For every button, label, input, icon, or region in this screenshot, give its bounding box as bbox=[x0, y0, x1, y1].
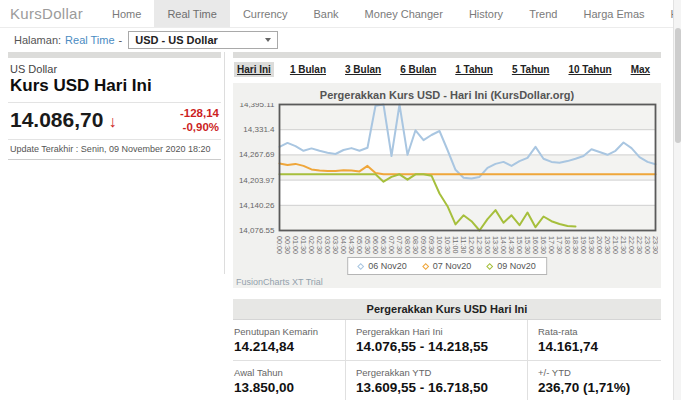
price-value: 14.086,70 bbox=[10, 108, 103, 132]
main-content: US Dollar Kurs USD Hari Ini 14.086,70 ↓ … bbox=[0, 52, 681, 400]
change-value: -128,14 bbox=[180, 106, 219, 120]
chart-panel: Pergerakkan Kurs USD - Hari Ini (KursDol… bbox=[233, 83, 661, 288]
last-update: Update Terakhir : Senin, 09 November 202… bbox=[8, 140, 221, 160]
x-axis-label: 07:00 bbox=[387, 236, 396, 254]
x-axis-label: 20:00 bbox=[595, 236, 604, 254]
tab-3-bulan[interactable]: 3 Bulan bbox=[342, 62, 384, 77]
cell-value: 14.076,55 - 14.218,55 bbox=[356, 339, 521, 354]
cell-value: 13.609,55 - 16.718,50 bbox=[356, 380, 521, 395]
x-axis-label: 10:30 bbox=[443, 236, 452, 254]
cell-value: 14.214,84 bbox=[234, 339, 339, 354]
price-main: 14.086,70 ↓ bbox=[10, 108, 116, 132]
x-axis-label: 00:00 bbox=[275, 236, 284, 254]
y-axis-label: 14,076.55 bbox=[239, 226, 275, 235]
y-axis-label: 14,395.11 bbox=[240, 103, 276, 109]
x-axis-label: 08:30 bbox=[411, 236, 420, 254]
cell-value: 236,70 (1,71%) bbox=[538, 380, 655, 395]
grid-band bbox=[280, 105, 656, 130]
nav-item-currency[interactable]: Currency bbox=[230, 0, 301, 27]
nav-item-money-changer[interactable]: Money Changer bbox=[352, 0, 456, 27]
cell-label: Penutupan Kemarin bbox=[234, 326, 339, 337]
x-axis-label: 13:00 bbox=[483, 236, 492, 254]
nav-item-bank[interactable]: Bank bbox=[301, 0, 352, 27]
x-axis-label: 21:30 bbox=[619, 236, 628, 254]
x-axis-label: 06:30 bbox=[379, 236, 388, 254]
x-axis-label: 11:30 bbox=[459, 236, 468, 253]
tab-max[interactable]: Max bbox=[628, 62, 653, 77]
x-axis-label: 10:00 bbox=[435, 236, 444, 254]
page-bar: Halaman: Real Time - USD - US Dollar bbox=[0, 28, 681, 52]
fusioncharts-watermark: FusionCharts XT Trial bbox=[236, 277, 323, 287]
x-axis-label: 20:30 bbox=[603, 236, 612, 254]
tab-5-tahun[interactable]: 5 Tahun bbox=[509, 62, 553, 77]
price-change: -128,14 -0,90% bbox=[180, 106, 219, 135]
nav-item-home[interactable]: Home bbox=[99, 0, 154, 27]
cell-label: +/- YTD bbox=[538, 367, 655, 378]
page-bar-realtime-link[interactable]: Real Time bbox=[65, 34, 115, 46]
page-bar-label: Halaman: bbox=[14, 34, 61, 46]
x-axis-label: 00:30 bbox=[283, 236, 292, 254]
x-axis-label: 04:30 bbox=[347, 236, 356, 254]
currency-name: US Dollar bbox=[8, 58, 221, 76]
y-axis-label: 14,203.97 bbox=[239, 176, 275, 185]
x-axis-label: 17:30 bbox=[555, 236, 564, 254]
tab-1-tahun[interactable]: 1 Tahun bbox=[452, 62, 496, 77]
legend-item-09-nov20[interactable]: 09 Nov20 bbox=[487, 261, 536, 271]
nav-item-history[interactable]: History bbox=[456, 0, 516, 27]
x-axis-label: 21:00 bbox=[611, 236, 620, 254]
range-tabs: Hari Ini1 Bulan3 Bulan6 Bulan1 Tahun5 Ta… bbox=[233, 58, 661, 83]
x-axis-label: 05:30 bbox=[363, 236, 372, 254]
tab-10-tahun[interactable]: 10 Tahun bbox=[565, 62, 614, 77]
table-cell-pergerakkan-hari-ini: Pergerakkan Hari Ini14.076,55 - 14.218,5… bbox=[345, 320, 527, 360]
currency-select[interactable]: USD - US Dollar bbox=[128, 31, 278, 49]
quote-panel: US Dollar Kurs USD Hari Ini 14.086,70 ↓ … bbox=[8, 52, 221, 400]
table-cell-pergerakkan-ytd: Pergerakkan YTD13.609,55 - 16.718,50 bbox=[345, 361, 527, 400]
x-axis-label: 15:30 bbox=[523, 236, 532, 254]
nav-menu: HomeReal TimeCurrencyBankMoney ChangerHi… bbox=[99, 0, 681, 27]
grid-band bbox=[280, 180, 656, 205]
legend-item-07-nov20[interactable]: 07 Nov20 bbox=[423, 261, 472, 271]
x-axis-label: 03:30 bbox=[331, 236, 340, 254]
site-logo[interactable]: KursDollar bbox=[10, 5, 83, 22]
quote-title: Kurs USD Hari Ini bbox=[8, 76, 221, 103]
nav-item-real-time[interactable]: Real Time bbox=[154, 0, 230, 27]
cell-label: Awal Tahun bbox=[234, 367, 339, 378]
x-axis-label: 11:00 bbox=[451, 236, 460, 253]
x-axis-label: 09:30 bbox=[427, 236, 436, 254]
x-axis-label: 14:00 bbox=[499, 236, 508, 254]
x-axis-label: 06:00 bbox=[371, 236, 380, 254]
diamond-marker-icon bbox=[357, 262, 364, 269]
scrollbar-thumb[interactable] bbox=[675, 28, 681, 143]
cell-label: Pergerakkan Hari Ini bbox=[356, 326, 521, 337]
x-axis-label: 04:00 bbox=[339, 236, 348, 254]
currency-select-value: USD - US Dollar bbox=[135, 34, 218, 46]
column-divider bbox=[224, 52, 225, 274]
cell-label: Pergerakkan YTD bbox=[356, 367, 521, 378]
legend-label: 06 Nov20 bbox=[368, 261, 407, 271]
x-axis-label: 19:30 bbox=[587, 236, 596, 254]
tab-6-bulan[interactable]: 6 Bulan bbox=[397, 62, 439, 77]
x-axis-label: 19:00 bbox=[579, 236, 588, 254]
summary-table-body: Penutupan Kemarin14.214,84Pergerakkan Ha… bbox=[233, 320, 661, 400]
y-axis-label: 14,140.26 bbox=[239, 201, 275, 210]
diamond-marker-icon bbox=[422, 262, 429, 269]
x-axis-label: 02:30 bbox=[315, 236, 324, 254]
cell-value: 14.161,74 bbox=[538, 339, 655, 354]
x-axis-label: 01:30 bbox=[299, 236, 308, 254]
price-row: 14.086,70 ↓ -128,14 -0,90% bbox=[8, 103, 221, 140]
cell-label: Rata-rata bbox=[538, 326, 655, 337]
change-percent: -0,90% bbox=[180, 120, 219, 134]
tab-hari-ini[interactable]: Hari Ini bbox=[234, 62, 274, 77]
x-axis-label: 22:00 bbox=[627, 236, 636, 254]
x-axis-label: 02:00 bbox=[307, 236, 316, 254]
diamond-marker-icon bbox=[486, 262, 493, 269]
table-cell-awal-tahun: Awal Tahun13.850,00 bbox=[233, 361, 345, 400]
nav-item-harga-emas[interactable]: Harga Emas bbox=[570, 0, 657, 27]
legend-label: 09 Nov20 bbox=[497, 261, 536, 271]
legend-item-06-nov20[interactable]: 06 Nov20 bbox=[358, 261, 407, 271]
nav-item-trend[interactable]: Trend bbox=[516, 0, 570, 27]
tab-1-bulan[interactable]: 1 Bulan bbox=[287, 62, 329, 77]
x-axis-label: 07:30 bbox=[395, 236, 404, 254]
x-axis-label: 23:30 bbox=[651, 236, 659, 254]
page-scrollbar[interactable] bbox=[673, 0, 681, 400]
